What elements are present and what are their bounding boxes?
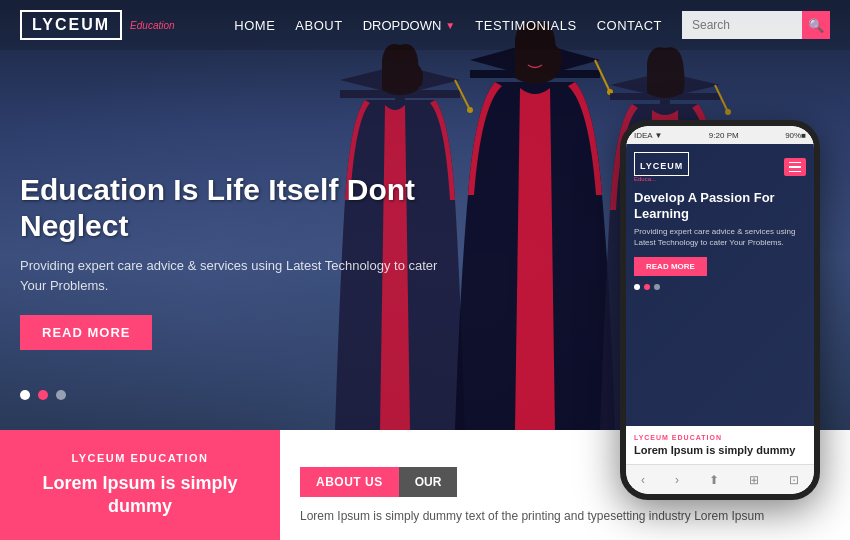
bottom-pink-title: Lorem Ipsum is simply dummy	[15, 472, 265, 519]
phone-hero: LYCEUM Educa... Develop A Passion For Le…	[626, 144, 814, 426]
phone-slider-dots	[634, 284, 806, 290]
phone-logo-main: LYCEUM	[640, 161, 683, 171]
phone-browser-bar: ‹ › ⬆ ⊞ ⊡	[626, 464, 814, 494]
phone-status-left: IDEA ▼	[634, 131, 662, 140]
read-more-button[interactable]: READ MORE	[20, 315, 152, 350]
slider-dots	[20, 390, 66, 400]
our-button[interactable]: OUR	[399, 467, 458, 497]
hero-subtitle: Providing expert care advice & services …	[20, 256, 440, 295]
browser-tabs-icon[interactable]: ⊡	[789, 473, 799, 487]
phone-dot-3[interactable]	[654, 284, 660, 290]
phone-hero-title: Develop A Passion For Learning	[634, 190, 806, 221]
logo-sub: Education	[130, 20, 174, 31]
search-button[interactable]: 🔍	[802, 11, 830, 39]
search-box: 🔍	[682, 11, 830, 39]
phone-hero-sub: Providing expert care advice & services …	[634, 226, 806, 248]
hero-content: Education Is Life Itself Dont Neglect Pr…	[20, 172, 440, 350]
search-icon: 🔍	[808, 18, 824, 33]
slider-dot-2[interactable]	[38, 390, 48, 400]
browser-forward-icon[interactable]: ›	[675, 473, 679, 487]
hamburger-line-1	[789, 162, 801, 164]
phone-dot-2[interactable]	[644, 284, 650, 290]
phone-hamburger-button[interactable]	[784, 158, 806, 176]
phone-dot-1[interactable]	[634, 284, 640, 290]
svg-point-16	[725, 109, 731, 115]
phone-screen: IDEA ▼ 9:20 PM 90%■ LYCEUM Educa...	[626, 126, 814, 494]
bottom-pink-label: LYCEUM EDUCATION	[71, 452, 208, 464]
bottom-body-text: Lorem Ipsum is simply dummy text of the …	[300, 507, 830, 525]
phone-logo-sub: Educa...	[634, 176, 689, 182]
logo-main: LYCEUM	[32, 16, 110, 33]
slider-dot-1[interactable]	[20, 390, 30, 400]
phone-bottom-card: LYCEUM EDUCATION Lorem Ipsum is simply d…	[626, 426, 814, 464]
about-us-button[interactable]: ABOUT US	[300, 467, 399, 497]
hero-title: Education Is Life Itself Dont Neglect	[20, 172, 440, 244]
nav-links: HOME ABOUT DROPDOWN ▼ TESTIMONIALS CONTA…	[234, 18, 662, 33]
search-input[interactable]	[682, 11, 802, 39]
nav-about[interactable]: ABOUT	[295, 18, 342, 33]
phone-navbar: LYCEUM Educa...	[634, 152, 806, 182]
nav-contact[interactable]: CONTACT	[597, 18, 662, 33]
phone-mockup: IDEA ▼ 9:20 PM 90%■ LYCEUM Educa...	[620, 120, 820, 500]
svg-point-4	[467, 107, 473, 113]
nav-testimonials[interactable]: TESTIMONIALS	[475, 18, 576, 33]
slider-dot-3[interactable]	[56, 390, 66, 400]
phone-status-bar: IDEA ▼ 9:20 PM 90%■	[626, 126, 814, 144]
phone-bottom-title: Lorem Ipsum is simply dummy	[634, 444, 806, 456]
phone-logo-area: LYCEUM Educa...	[634, 152, 689, 182]
navbar: LYCEUM Education HOME ABOUT DROPDOWN ▼ T…	[0, 0, 850, 50]
hamburger-line-2	[789, 166, 801, 168]
nav-home[interactable]: HOME	[234, 18, 275, 33]
browser-back-icon[interactable]: ‹	[641, 473, 645, 487]
bottom-pink-card: LYCEUM EDUCATION Lorem Ipsum is simply d…	[0, 430, 280, 540]
chevron-down-icon: ▼	[445, 20, 455, 31]
phone-logo-box: LYCEUM	[634, 152, 689, 176]
browser-bookmark-icon[interactable]: ⊞	[749, 473, 759, 487]
browser-share-icon[interactable]: ⬆	[709, 473, 719, 487]
phone-status-center: 9:20 PM	[709, 131, 739, 140]
hamburger-line-3	[789, 171, 801, 173]
phone-read-more-button[interactable]: READ MORE	[634, 257, 707, 276]
logo-box[interactable]: LYCEUM	[20, 10, 122, 40]
nav-dropdown[interactable]: DROPDOWN ▼	[363, 18, 456, 33]
phone-bottom-label: LYCEUM EDUCATION	[634, 434, 806, 441]
phone-status-right: 90%■	[785, 131, 806, 140]
